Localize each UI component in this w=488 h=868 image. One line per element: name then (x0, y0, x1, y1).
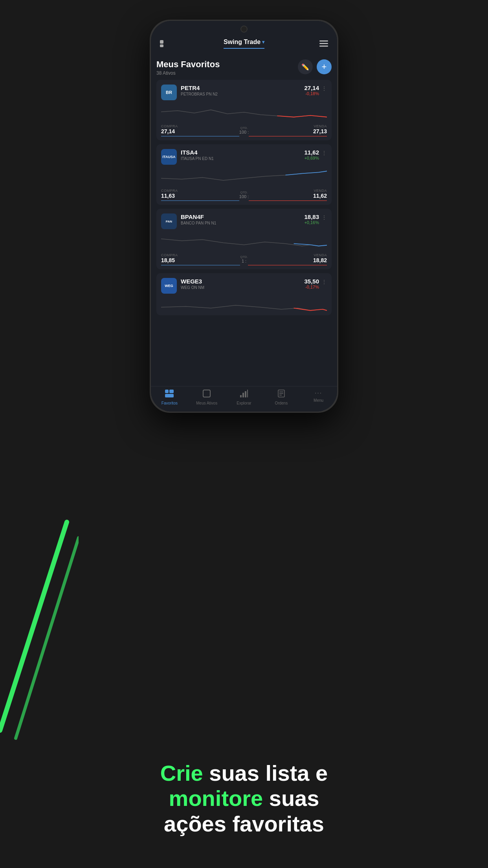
stock-name-petr4: PETROBRAS PN N2 (181, 92, 218, 96)
stock-card-itsa4[interactable]: ITAUSA ITSA4 ITAUSA PN ED N1 11,62 +0,69… (156, 144, 332, 205)
section-title: Meus Favoritos (156, 59, 220, 70)
stock-logo-wege3: WEG (161, 278, 177, 294)
trade-qty-petr4: QTD. 100 : (239, 126, 249, 134)
svg-rect-12 (242, 393, 244, 397)
stock-change-itsa4: +0,69% (304, 156, 319, 160)
tagline: Crie suas lista e monitore suas ações fa… (31, 761, 457, 837)
stock-price-itsa4: 11,62 (304, 149, 319, 156)
svg-rect-10 (203, 390, 210, 397)
stock-name-itsa4: ITAUSA PN ED N1 (181, 156, 214, 161)
nav-title-area[interactable]: Swing Trade ▾ (224, 39, 264, 49)
nav-item-menu[interactable]: ··· Menu (300, 390, 337, 405)
stock-info-wege3: WEGE3 WEG ON NM (181, 278, 204, 290)
svg-rect-5 (319, 43, 328, 44)
stock-ticker-petr4: PETR4 (181, 85, 218, 91)
stock-name-bpan4f: BANCO PAN PN N1 (181, 221, 216, 225)
edit-button[interactable]: ✏️ (298, 59, 313, 74)
nav-label-explorar: Explorar (237, 401, 251, 405)
svg-rect-3 (160, 44, 163, 47)
bottom-nav: Favoritos Meus Ativos (151, 386, 337, 412)
favoritos-icon (165, 390, 174, 399)
card-menu-wege3[interactable]: ⋮ (321, 279, 327, 285)
nav-item-ordens[interactable]: Ordens (262, 390, 300, 405)
hamburger-menu-icon[interactable] (318, 38, 329, 49)
svg-rect-7 (165, 390, 169, 393)
phone-frame: Swing Trade ▾ (150, 20, 338, 413)
trade-buy-itsa4: COMPRA 11,63 (161, 189, 239, 201)
header-actions: ✏️ + (298, 59, 332, 74)
svg-rect-4 (319, 40, 328, 42)
tagline-highlight-2: monitore (169, 786, 263, 811)
svg-rect-14 (247, 390, 248, 397)
stock-info-petr4: PETR4 PETROBRAS PN N2 (181, 85, 218, 96)
stock-card-bpan4f[interactable]: PAN BPAN4F BANCO PAN PN N1 18,83 +0,16% (156, 209, 332, 269)
trade-row-petr4: COMPRA 27,14 QTD. 100 : VENDA 27,13 (156, 122, 332, 140)
stock-ticker-bpan4f: BPAN4F (181, 213, 216, 220)
card-menu-itsa4[interactable]: ⋮ (321, 150, 327, 156)
card-right-wege3: 35,50 -0,17% ⋮ (304, 278, 327, 289)
stock-info-itsa4: ITSA4 ITAUSA PN ED N1 (181, 149, 214, 161)
price-info-itsa4: 11,62 +0,69% (304, 149, 319, 160)
svg-rect-9 (165, 394, 174, 397)
card-menu-bpan4f[interactable]: ⋮ (321, 214, 327, 221)
meus-ativos-icon (203, 390, 211, 399)
mini-chart-petr4 (156, 100, 332, 122)
mini-chart-wege3 (156, 294, 332, 315)
stock-price-bpan4f: 18,83 (304, 213, 319, 220)
stock-name-wege3: WEG ON NM (181, 285, 204, 290)
svg-rect-6 (319, 46, 328, 47)
stock-logo-petr4: BR (161, 85, 177, 100)
status-bar (151, 21, 337, 35)
ordens-icon (278, 390, 285, 399)
card-menu-petr4[interactable]: ⋮ (321, 85, 327, 92)
nav-label-meus-ativos: Meus Ativos (196, 401, 217, 405)
nav-item-meus-ativos[interactable]: Meus Ativos (188, 390, 226, 405)
trade-buy-petr4: COMPRA 27,14 (161, 124, 239, 136)
stock-ticker-wege3: WEGE3 (181, 278, 204, 285)
svg-rect-11 (240, 395, 242, 397)
explorar-icon (240, 390, 248, 399)
card-right-bpan4f: 18,83 +0,16% ⋮ (304, 213, 327, 225)
stock-logo-bpan4f: PAN (161, 213, 177, 229)
nav-underline (224, 48, 264, 49)
svg-rect-2 (160, 40, 163, 44)
bottom-tagline-section: Crie suas lista e monitore suas ações fa… (0, 761, 488, 837)
trade-qty-itsa4: QTD. 100 : (239, 191, 249, 199)
stock-logo-itsa4: ITAUSA (161, 149, 177, 165)
svg-rect-13 (245, 391, 246, 397)
deco-lines (0, 514, 79, 750)
trade-sell-itsa4: VENDA 11,62 (249, 189, 327, 201)
stock-card-wege3[interactable]: WEG WEGE3 WEG ON NM 35,50 -0,17% (156, 273, 332, 315)
card-right-itsa4: 11,62 +0,69% ⋮ (304, 149, 327, 160)
nav-label-menu: Menu (314, 398, 323, 403)
svg-line-0 (0, 522, 67, 730)
nav-title-text: Swing Trade (224, 39, 261, 46)
trade-sell-petr4: VENDA 27,13 (249, 124, 327, 136)
nav-label-favoritos: Favoritos (161, 401, 178, 405)
price-info-bpan4f: 18,83 +0,16% (304, 213, 319, 225)
nav-item-favoritos[interactable]: Favoritos (151, 390, 188, 405)
stock-card-petr4[interactable]: BR PETR4 PETROBRAS PN N2 27,14 -0,18% (156, 80, 332, 140)
svg-line-1 (16, 538, 79, 738)
stock-change-bpan4f: +0,16% (304, 220, 319, 225)
tagline-text-3: ações favoritas (164, 811, 324, 836)
price-info-wege3: 35,50 -0,17% (304, 278, 319, 289)
trade-row-itsa4: COMPRA 11,63 QTD. 100 : VENDA 11,62 (156, 186, 332, 205)
section-header: Meus Favoritos 38 Ativos ✏️ + (156, 53, 332, 80)
card-right-petr4: 27,14 -0,18% ⋮ (304, 85, 327, 96)
add-button[interactable]: + (317, 59, 332, 74)
trade-sell-bpan4f: VENDA 18,82 (248, 253, 327, 265)
trade-qty-bpan4f: QTD. 1 : (240, 255, 248, 263)
section-subtitle: 38 Ativos (156, 70, 220, 76)
tagline-highlight-1: Crie (160, 761, 203, 785)
mini-chart-bpan4f (156, 229, 332, 251)
menu-left-icon[interactable] (159, 38, 170, 49)
nav-item-explorar[interactable]: Explorar (226, 390, 263, 405)
nav-label-ordens: Ordens (275, 401, 288, 405)
nav-chevron-icon: ▾ (262, 39, 264, 45)
svg-rect-8 (169, 390, 174, 393)
price-info-petr4: 27,14 -0,18% (304, 85, 319, 96)
stock-ticker-itsa4: ITSA4 (181, 149, 214, 156)
main-content: Meus Favoritos 38 Ativos ✏️ + BR (151, 53, 337, 386)
stock-price-petr4: 27,14 (304, 85, 319, 91)
